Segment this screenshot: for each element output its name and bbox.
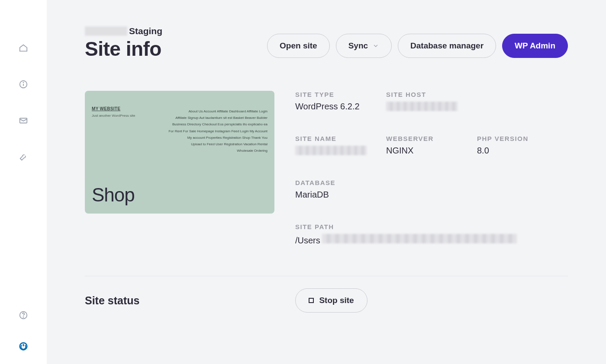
stop-icon — [309, 298, 314, 303]
tools-icon[interactable] — [19, 152, 28, 162]
preview-nav-links: About Us Account Affiliate Dashboard Aff… — [164, 108, 268, 154]
info-webserver: WEBSERVER NGINX — [386, 135, 477, 156]
page-title: Site info — [85, 37, 162, 61]
info-site-type: SITE TYPE WordPress 6.2.2 — [295, 91, 386, 112]
database-manager-button[interactable]: Database manager — [398, 34, 496, 58]
site-path-value-redacted — [322, 234, 517, 243]
breadcrumb-staging-label: Staging — [129, 26, 162, 36]
info-icon[interactable] — [19, 80, 28, 89]
power-icon[interactable] — [19, 342, 28, 351]
site-preview-thumbnail[interactable]: MY WEBSITE Just another WordPress site A… — [85, 91, 274, 214]
main-content: Staging Site info Open site Sync Databas… — [47, 0, 606, 364]
stop-site-button[interactable]: Stop site — [295, 288, 367, 313]
mail-icon[interactable] — [19, 116, 28, 125]
chevron-down-icon — [372, 42, 379, 49]
breadcrumb-site-name-redacted — [85, 26, 127, 36]
preview-hero-text: Shop — [92, 184, 135, 206]
site-name-value-redacted — [295, 146, 367, 155]
info-php-version: PHP VERSION 8.0 — [477, 135, 568, 156]
info-site-host: SITE HOST — [386, 91, 477, 112]
info-site-path: SITE PATH /Users — [295, 223, 568, 246]
info-site-name: SITE NAME — [295, 135, 386, 156]
site-status-heading: Site status — [85, 294, 139, 307]
site-path-prefix: /Users — [295, 236, 320, 246]
site-host-value-redacted — [386, 102, 458, 111]
svg-point-2 — [23, 82, 23, 83]
sync-dropdown-button[interactable]: Sync — [336, 34, 392, 58]
open-site-button[interactable]: Open site — [267, 34, 330, 58]
wp-admin-button[interactable]: WP Admin — [502, 34, 568, 58]
section-divider — [85, 276, 568, 276]
home-icon[interactable] — [19, 43, 28, 53]
sidebar — [0, 0, 47, 364]
svg-point-5 — [23, 317, 23, 317]
breadcrumb: Staging — [85, 26, 162, 36]
info-database: DATABASE MariaDB — [295, 179, 386, 200]
help-icon[interactable] — [19, 310, 28, 320]
